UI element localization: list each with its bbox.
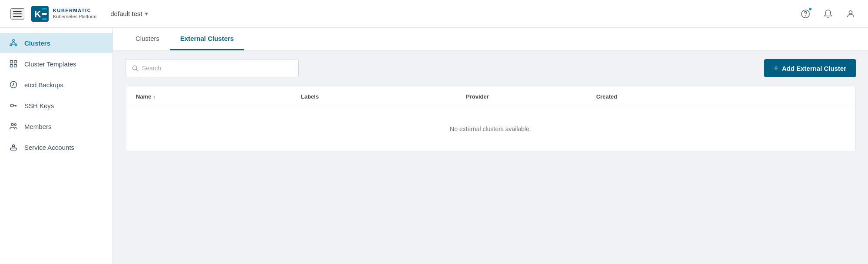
tab-clusters[interactable]: Clusters (125, 28, 170, 50)
table-header: Name ↑ Labels Provider Created (125, 86, 855, 107)
add-external-cluster-button[interactable]: + Add External Cluster (764, 59, 856, 77)
sidebar-clusters-label: Clusters (24, 40, 50, 47)
sidebar-item-cluster-templates[interactable]: Cluster Templates (0, 54, 112, 74)
tabs-bar: Clusters External Clusters (113, 28, 868, 50)
toolbar: + Add External Cluster (113, 50, 868, 86)
svg-point-29 (13, 145, 15, 147)
sidebar-service-accounts-label: Service Accounts (24, 144, 74, 151)
svg-point-6 (805, 16, 806, 16)
clusters-icon (9, 38, 18, 48)
svg-point-30 (133, 66, 137, 70)
notification-badge (808, 7, 812, 11)
svg-point-23 (11, 123, 13, 125)
product-name: Kubernetes Platform (53, 14, 96, 20)
main-content: Clusters External Clusters + Add Externa… (113, 28, 868, 264)
plus-icon: + (774, 64, 779, 72)
svg-point-19 (10, 104, 13, 107)
sort-icon-name: ↑ (153, 94, 155, 99)
add-button-label: Add External Cluster (782, 65, 846, 72)
etcd-backups-icon (9, 80, 18, 89)
project-selector[interactable]: default test ▾ (110, 10, 148, 17)
cluster-templates-icon (9, 59, 18, 69)
tab-external-clusters[interactable]: External Clusters (170, 28, 244, 50)
svg-point-24 (14, 124, 16, 125)
support-button[interactable] (799, 7, 812, 21)
svg-rect-16 (10, 65, 13, 67)
col-header-created: Created (596, 93, 845, 100)
svg-point-9 (10, 44, 12, 46)
topnav: K KUBERMATIC Kubernetes Platform default… (0, 0, 868, 28)
svg-rect-4 (42, 18, 47, 20)
user-icon (846, 9, 855, 19)
svg-rect-25 (10, 148, 16, 150)
logo: K KUBERMATIC Kubernetes Platform (31, 6, 96, 22)
svg-rect-17 (14, 65, 17, 67)
search-icon (132, 65, 139, 72)
svg-line-11 (11, 41, 13, 44)
search-box[interactable] (125, 59, 299, 77)
svg-point-7 (849, 10, 852, 13)
bell-icon (823, 9, 833, 19)
sidebar-item-service-accounts[interactable]: Service Accounts (0, 137, 112, 157)
sidebar: Clusters Cluster Templates (0, 28, 113, 264)
svg-line-31 (136, 69, 138, 71)
notifications-button[interactable] (821, 7, 835, 21)
main-layout: Clusters Cluster Templates (0, 28, 868, 264)
svg-point-10 (15, 44, 17, 46)
topnav-actions (799, 7, 858, 21)
logo-icon: K (31, 6, 49, 22)
members-icon (9, 122, 18, 131)
sidebar-members-label: Members (24, 123, 52, 130)
ssh-keys-icon (9, 101, 18, 110)
chevron-down-icon: ▾ (145, 10, 148, 17)
brand-name: KUBERMATIC (53, 8, 96, 13)
project-name: default test (110, 10, 142, 17)
svg-line-12 (13, 41, 16, 44)
table-container: Name ↑ Labels Provider Created No extern… (125, 86, 856, 151)
user-menu-button[interactable] (844, 7, 858, 21)
service-accounts-icon (9, 142, 18, 152)
sidebar-ssh-keys-label: SSH Keys (24, 102, 54, 109)
logo-text: KUBERMATIC Kubernetes Platform (53, 8, 96, 19)
col-header-labels: Labels (301, 93, 466, 100)
svg-rect-15 (14, 61, 17, 63)
hamburger-button[interactable] (10, 8, 24, 20)
col-header-name[interactable]: Name ↑ (136, 93, 301, 100)
sidebar-cluster-templates-label: Cluster Templates (24, 60, 76, 68)
sidebar-item-etcd-backups[interactable]: etcd Backups (0, 75, 112, 95)
svg-text:K: K (34, 9, 41, 20)
svg-rect-2 (42, 8, 47, 10)
sidebar-etcd-backups-label: etcd Backups (24, 81, 63, 89)
sidebar-item-ssh-keys[interactable]: SSH Keys (0, 96, 112, 116)
sidebar-item-members[interactable]: Members (0, 116, 112, 136)
table-body: No external clusters available. (125, 107, 855, 151)
svg-rect-3 (42, 13, 47, 15)
col-header-provider: Provider (466, 93, 596, 100)
search-input[interactable] (142, 65, 292, 72)
empty-state-message: No external clusters available. (436, 112, 545, 146)
svg-point-8 (13, 40, 14, 41)
svg-rect-14 (10, 61, 13, 63)
sidebar-item-clusters[interactable]: Clusters (0, 33, 112, 53)
